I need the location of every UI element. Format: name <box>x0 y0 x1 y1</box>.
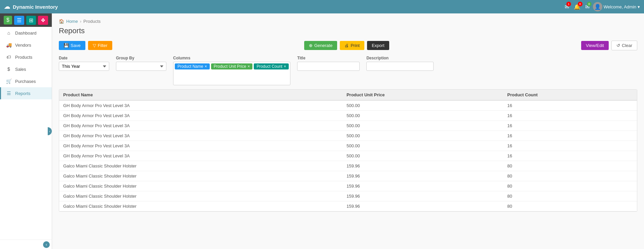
table-scroll[interactable]: Product Name Product Unit Price Product … <box>59 90 637 211</box>
sidebar-icon-bar: $ ☰ ⊞ ❖ <box>0 13 52 27</box>
view-edit-label: View/Edit <box>586 43 604 48</box>
dollar-sidebar-icon[interactable]: $ <box>4 16 12 24</box>
tag-product-count-close[interactable]: × <box>284 64 286 68</box>
sidebar-item-purchases[interactable]: 🛒 Purchases <box>0 75 52 87</box>
sidebar-item-vendors[interactable]: 🚚 Vendors <box>0 39 52 51</box>
sidebar-collapse: ‹ <box>0 240 52 249</box>
navbar-right: ✉ 1 🔔 8 ✉ 0 👤 Welcome, Admin ▾ <box>563 2 640 11</box>
sidebar-item-sales[interactable]: $ Sales <box>0 63 52 75</box>
chevron-down-icon: ▾ <box>638 4 640 9</box>
breadcrumb-current: Products <box>83 19 100 24</box>
sidebar-item-products[interactable]: 🏷 Products <box>0 51 52 63</box>
sidebar-item-reports[interactable]: ☰ Reports <box>0 87 52 99</box>
table-cell-0: GH Body Armor Pro Vest Level 3A <box>59 131 343 141</box>
table-cell-0: Galco Miami Classic Shoulder Holster <box>59 161 343 171</box>
table-row: GH Body Armor Pro Vest Level 3A500.0016 <box>59 151 637 161</box>
clear-button[interactable]: ↺ Clear <box>611 41 637 50</box>
grid-sidebar-icon[interactable]: ❖ <box>38 16 48 25</box>
box-sidebar-icon[interactable]: ⊞ <box>26 16 36 25</box>
table-cell-1: 500.00 <box>343 141 503 151</box>
clear-label: Clear <box>622 43 632 48</box>
sidebar-item-dashboard[interactable]: ⌂ Dashboard <box>0 27 52 39</box>
user-menu-button[interactable]: 👤 Welcome, Admin ▾ <box>593 2 640 11</box>
toolbar: 💾 Save ▽ Filter ⊕ Generate 🖨 Print Expor… <box>59 41 637 50</box>
table-row: GH Body Armor Pro Vest Level 3A500.0016 <box>59 100 637 111</box>
date-filter-group: Date This Year Last Year This Month Last… <box>59 56 109 71</box>
table-cell-0: Galco Miami Classic Shoulder Holster <box>59 181 343 191</box>
table-cell-0: GH Body Armor Pro Vest Level 3A <box>59 141 343 151</box>
print-icon: 🖨 <box>345 43 349 48</box>
col-header-product-unit-price: Product Unit Price <box>343 90 503 100</box>
sidebar-item-label: Purchases <box>15 79 36 84</box>
tag-product-count-label: Product Count <box>256 64 282 69</box>
breadcrumb: 🏠 Home › Products <box>59 19 637 24</box>
table-cell-2: 16 <box>503 151 637 161</box>
purchases-icon: 🛒 <box>6 79 12 84</box>
print-button[interactable]: 🖨 Print <box>340 41 364 50</box>
sidebar-item-label: Sales <box>15 67 26 72</box>
generate-label: Generate <box>314 43 332 48</box>
title-input[interactable] <box>297 62 360 71</box>
table-body: GH Body Armor Pro Vest Level 3A500.0016G… <box>59 100 637 211</box>
view-edit-button[interactable]: View/Edit <box>581 41 609 50</box>
collapse-sidebar-button[interactable]: ‹ <box>43 241 50 248</box>
table-cell-1: 159.96 <box>343 161 503 171</box>
group-by-filter-group: Group By <box>116 56 166 71</box>
table-row: Galco Miami Classic Shoulder Holster159.… <box>59 161 637 171</box>
table-row: GH Body Armor Pro Vest Level 3A500.0016 <box>59 121 637 131</box>
table-cell-2: 16 <box>503 121 637 131</box>
table-row: Galco Miami Classic Shoulder Holster159.… <box>59 201 637 211</box>
filter-button[interactable]: ▽ Filter <box>88 41 112 50</box>
tag-product-unit-price-label: Product Unit Price <box>214 64 246 69</box>
save-icon: 💾 <box>64 43 69 48</box>
save-button[interactable]: 💾 Save <box>59 41 85 50</box>
tag-product-name-close[interactable]: × <box>205 64 207 68</box>
generate-button[interactable]: ⊕ Generate <box>304 41 337 50</box>
table-cell-0: GH Body Armor Pro Vest Level 3A <box>59 151 343 161</box>
col-header-product-name: Product Name <box>59 90 343 100</box>
columns-label: Columns <box>173 56 290 60</box>
notifications-button[interactable]: 🔔 8 <box>572 2 582 11</box>
breadcrumb-home[interactable]: Home <box>66 19 78 24</box>
sidebar-item-label: Products <box>15 55 32 60</box>
table-row: GH Body Armor Pro Vest Level 3A500.0016 <box>59 131 637 141</box>
table-cell-0: GH Body Armor Pro Vest Level 3A <box>59 100 343 111</box>
title-filter-group: Title <box>297 56 360 71</box>
table-cell-1: 500.00 <box>343 151 503 161</box>
filter-icon: ▽ <box>93 43 96 48</box>
table-cell-1: 500.00 <box>343 111 503 121</box>
export-button[interactable]: Export <box>367 41 389 50</box>
export-label: Export <box>372 43 385 48</box>
clear-icon: ↺ <box>616 43 620 48</box>
email-button[interactable]: ✉ 0 <box>584 2 591 11</box>
table-cell-1: 159.96 <box>343 181 503 191</box>
table-cell-1: 159.96 <box>343 201 503 211</box>
list-sidebar-icon[interactable]: ☰ <box>14 16 24 25</box>
description-label: Description <box>366 56 434 60</box>
table-row: GH Body Armor Pro Vest Level 3A500.0016 <box>59 111 637 121</box>
table-cell-0: Galco Miami Classic Shoulder Holster <box>59 171 343 181</box>
description-input[interactable] <box>366 62 434 71</box>
date-select[interactable]: This Year Last Year This Month Last Mont… <box>59 62 109 71</box>
cloud-icon: ☁ <box>4 3 10 10</box>
table-cell-2: 80 <box>503 201 637 211</box>
avatar: 👤 <box>593 2 602 11</box>
table-header: Product Name Product Unit Price Product … <box>59 90 637 100</box>
home-icon: 🏠 <box>59 19 64 24</box>
table-cell-1: 500.00 <box>343 100 503 111</box>
columns-filter-group: Columns Product Name × Product Unit Pric… <box>173 56 290 85</box>
group-by-select[interactable] <box>116 62 166 71</box>
title-label: Title <box>297 56 360 60</box>
messages-badge: 1 <box>566 2 571 6</box>
messages-button[interactable]: ✉ 1 <box>563 2 570 11</box>
table-cell-2: 16 <box>503 141 637 151</box>
table-cell-1: 500.00 <box>343 121 503 131</box>
brand-title: Dynamic Inventory <box>13 4 58 10</box>
table-row: GH Body Armor Pro Vest Level 3A500.0016 <box>59 141 637 151</box>
page-title: Reports <box>59 27 637 35</box>
tag-product-unit-price-close[interactable]: × <box>247 64 250 68</box>
table-row: Galco Miami Classic Shoulder Holster159.… <box>59 191 637 201</box>
dashboard-icon: ⌂ <box>6 30 12 36</box>
table-cell-0: GH Body Armor Pro Vest Level 3A <box>59 111 343 121</box>
date-label: Date <box>59 56 109 60</box>
